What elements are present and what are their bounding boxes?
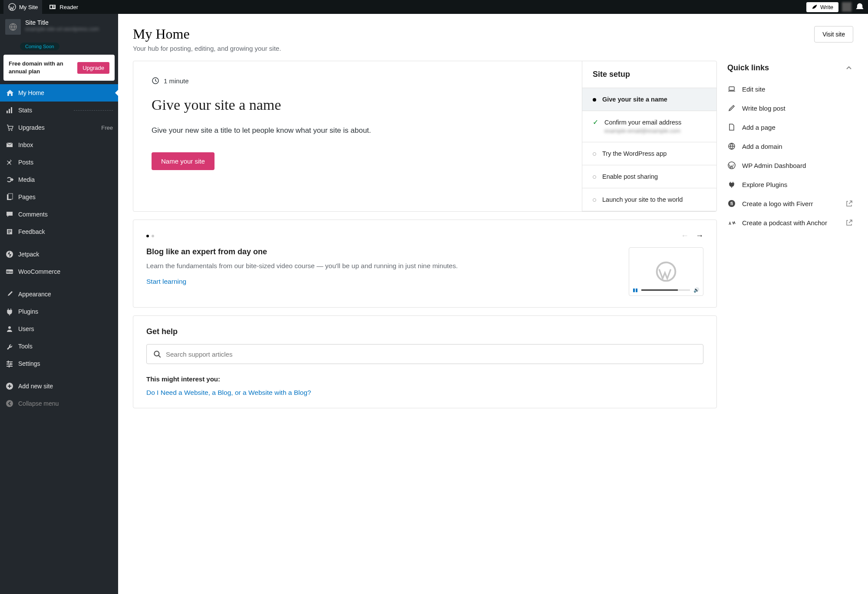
svg-text:fi: fi <box>730 201 733 206</box>
quick-link-label: Add a domain <box>742 143 782 150</box>
quick-link[interactable]: Write blog post <box>727 98 853 118</box>
sidebar-item-appearance[interactable]: Appearance <box>0 286 118 303</box>
svg-point-30 <box>6 400 13 407</box>
help-search[interactable] <box>146 344 703 364</box>
sidebar-item-users[interactable]: Users <box>0 320 118 338</box>
notifications-icon[interactable] <box>855 2 865 12</box>
bullet-icon <box>593 152 596 156</box>
mail-icon <box>5 141 14 149</box>
sidebar-item-upgrades[interactable]: UpgradesFree <box>0 119 118 136</box>
write-button[interactable]: Write <box>806 2 838 12</box>
sidebar-item-label: Jetpack <box>18 251 39 258</box>
quick-link[interactable]: Add a domain <box>727 137 853 156</box>
sidebar-item-feedback[interactable]: Feedback <box>0 223 118 240</box>
user-avatar[interactable] <box>842 2 851 12</box>
site-url: example-site-url.wordpress.com <box>25 26 113 32</box>
stats-icon <box>5 106 14 115</box>
setup-step-sub: example-email@example.com <box>604 128 681 134</box>
sidebar: Site Title example-site-url.wordpress.co… <box>0 14 118 594</box>
upgrade-button[interactable]: Upgrade <box>77 62 109 74</box>
carousel-description: Learn the fundamentals from our bite-siz… <box>146 261 618 271</box>
quick-link[interactable]: Explore Plugins <box>727 175 853 194</box>
quick-link-label: Explore Plugins <box>742 181 787 188</box>
video-thumbnail[interactable]: ▮▮ 🔊 <box>629 247 703 296</box>
topbar-reader[interactable]: Reader <box>44 0 83 14</box>
svg-rect-2 <box>50 6 52 8</box>
quick-links-toggle[interactable]: Quick links <box>727 61 853 79</box>
site-icon <box>5 19 21 35</box>
woo-icon: Woo <box>5 267 14 276</box>
collapse-icon <box>5 399 14 408</box>
quick-link[interactable]: Edit site <box>727 79 853 98</box>
fiverr-icon: fi <box>727 199 736 208</box>
help-search-input[interactable] <box>166 351 697 358</box>
sidebar-item-posts[interactable]: Posts <box>0 154 118 171</box>
sidebar-item-media[interactable]: Media <box>0 171 118 188</box>
topbar-my-site-label: My Site <box>19 4 38 10</box>
pin-icon <box>5 158 14 167</box>
quick-link-label: Edit site <box>742 85 765 93</box>
sidebar-item-tools[interactable]: Tools <box>0 338 118 355</box>
site-header[interactable]: Site Title example-site-url.wordpress.co… <box>0 14 118 40</box>
sidebar-item-stats[interactable]: Stats <box>0 102 118 119</box>
sidebar-item-addsite[interactable]: Add new site <box>0 377 118 395</box>
wrench-icon <box>5 342 14 351</box>
wp-icon <box>727 161 736 170</box>
svg-rect-18 <box>8 233 10 233</box>
sidebar-item-label: Pages <box>18 194 36 200</box>
sidebar-item-settings[interactable]: Settings <box>0 355 118 372</box>
page-subtitle: Your hub for posting, editing, and growi… <box>133 45 281 52</box>
sidebar-item-woo[interactable]: WooWooCommerce <box>0 263 118 280</box>
carousel-dot[interactable] <box>146 235 149 237</box>
setup-step[interactable]: Try the WordPress app <box>582 142 716 165</box>
sidebar-item-collapse[interactable]: Collapse menu <box>0 395 118 412</box>
topbar-my-site[interactable]: My Site <box>3 0 42 14</box>
file-icon <box>727 123 736 131</box>
quick-link[interactable]: Add a page <box>727 118 853 137</box>
interest-link[interactable]: Do I Need a Website, a Blog, or a Websit… <box>146 389 311 396</box>
svg-rect-27 <box>10 363 11 365</box>
sidebar-item-home[interactable]: My Home <box>0 84 118 102</box>
upgrade-text: Free domain with an annual plan <box>9 60 74 75</box>
setup-step[interactable]: ✓Confirm your email addressexample-email… <box>582 111 716 142</box>
quick-links-heading: Quick links <box>727 63 769 72</box>
quick-link[interactable]: Create a podcast with Anchor <box>727 213 853 232</box>
carousel-prev[interactable]: ← <box>681 231 689 240</box>
video-progress[interactable] <box>641 289 690 291</box>
external-link-icon <box>845 219 853 226</box>
quick-link[interactable]: fiCreate a logo with Fiverr <box>727 194 853 213</box>
sidebar-item-pages[interactable]: Pages <box>0 188 118 206</box>
setup-step[interactable]: Launch your site to the world <box>582 188 716 211</box>
sidebar-item-label: Users <box>18 325 34 332</box>
brush-icon <box>5 290 14 299</box>
anchor-icon <box>727 218 736 227</box>
write-label: Write <box>820 4 833 10</box>
carousel-next[interactable]: → <box>696 231 703 240</box>
pause-icon[interactable]: ▮▮ <box>633 287 638 293</box>
visit-site-button[interactable]: Visit site <box>814 26 853 43</box>
reader-icon <box>48 3 57 11</box>
volume-icon[interactable]: 🔊 <box>693 287 700 293</box>
sidebar-item-comments[interactable]: Comments <box>0 206 118 223</box>
chevron-up-icon <box>845 64 853 72</box>
sidebar-item-inbox[interactable]: Inbox <box>0 136 118 154</box>
page-title: My Home <box>133 26 281 42</box>
carousel-dots[interactable] <box>146 235 154 237</box>
setup-step[interactable]: Enable post sharing <box>582 165 716 188</box>
sidebar-item-plugins[interactable]: Plugins <box>0 303 118 320</box>
setup-step[interactable]: Give your site a name <box>582 88 716 111</box>
name-your-site-button[interactable]: Name your site <box>152 152 215 170</box>
carousel-title: Blog like an expert from day one <box>146 247 618 256</box>
sidebar-item-label: Tools <box>18 343 33 350</box>
sidebar-badge: Free <box>101 125 113 131</box>
home-icon <box>5 89 14 97</box>
quick-link-label: WP Admin Dashboard <box>742 162 806 169</box>
carousel-dot[interactable] <box>152 235 154 237</box>
sidebar-item-label: Settings <box>18 360 40 367</box>
sidebar-item-jetpack[interactable]: Jetpack <box>0 246 118 263</box>
get-help-heading: Get help <box>146 327 703 336</box>
start-learning-link[interactable]: Start learning <box>146 278 186 285</box>
svg-point-33 <box>154 351 159 356</box>
svg-point-9 <box>9 130 10 131</box>
quick-link[interactable]: WP Admin Dashboard <box>727 156 853 175</box>
